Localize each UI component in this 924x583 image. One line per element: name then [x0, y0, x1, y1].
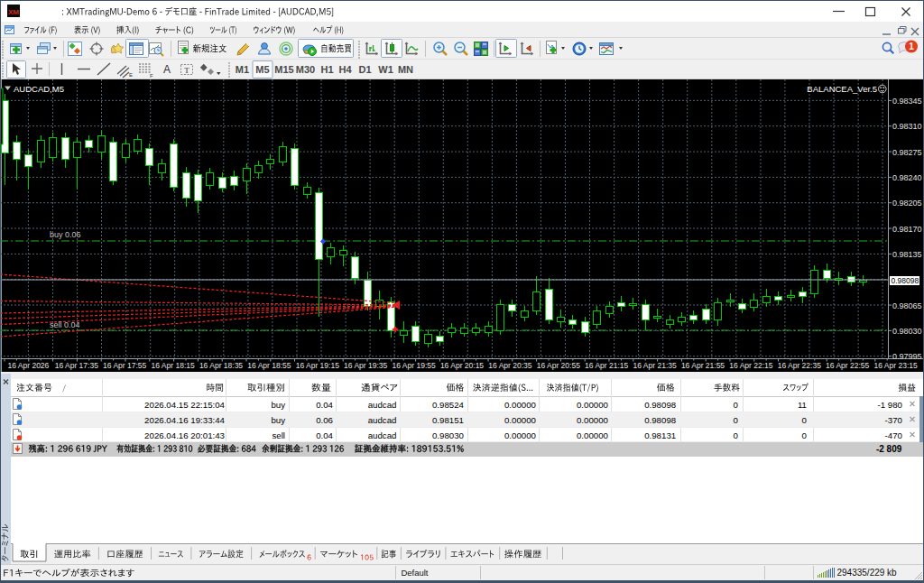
- svg-text:0.98170: 0.98170: [892, 225, 922, 234]
- svg-text:16 Apr 18:35: 16 Apr 18:35: [199, 361, 243, 370]
- svg-text:16 Apr 22:35: 16 Apr 22:35: [778, 361, 821, 370]
- svg-text:H4: H4: [338, 64, 352, 75]
- svg-text:0.98240: 0.98240: [892, 173, 922, 182]
- svg-text:0.06: 0.06: [316, 415, 333, 425]
- svg-text:AUDCAD,M5: AUDCAD,M5: [14, 84, 64, 94]
- svg-text:0.00000: 0.00000: [504, 415, 537, 425]
- svg-text:0.97995: 0.97995: [892, 352, 922, 361]
- svg-text:BALANCEA_Ver.5: BALANCEA_Ver.5: [807, 84, 877, 94]
- svg-text:T: T: [184, 66, 189, 75]
- svg-text:0: 0: [734, 400, 739, 410]
- svg-text:0.00000: 0.00000: [504, 430, 537, 440]
- svg-text:0: 0: [734, 415, 739, 425]
- svg-text:16 Apr 20:15: 16 Apr 20:15: [440, 361, 484, 370]
- svg-text:0.00000: 0.00000: [577, 430, 609, 440]
- svg-text:16 Apr 18:55: 16 Apr 18:55: [247, 361, 291, 370]
- svg-text:buy: buy: [271, 415, 285, 425]
- svg-text:294335/229 kb: 294335/229 kb: [837, 568, 898, 578]
- svg-text:16 Apr 19:15: 16 Apr 19:15: [296, 361, 339, 370]
- svg-text:1: 1: [909, 42, 914, 51]
- svg-text:0.98135: 0.98135: [892, 250, 922, 259]
- svg-text:sell 0.04: sell 0.04: [50, 320, 80, 329]
- svg-text:0.98205: 0.98205: [892, 199, 922, 208]
- svg-text:0.98345: 0.98345: [892, 97, 922, 106]
- svg-text:D1: D1: [358, 64, 371, 75]
- svg-text:0.98524: 0.98524: [432, 400, 465, 410]
- svg-text:0.98030: 0.98030: [432, 430, 465, 440]
- svg-text:2026.04.15 22:15:04: 2026.04.15 22:15:04: [144, 400, 225, 410]
- svg-text:16 Apr 22:55: 16 Apr 22:55: [826, 361, 869, 370]
- svg-text:sell: sell: [272, 430, 285, 440]
- svg-text:2026.04.16 19:33:44: 2026.04.16 19:33:44: [144, 415, 225, 425]
- svg-text:0.98098: 0.98098: [644, 400, 676, 410]
- svg-text:16 Apr 21:35: 16 Apr 21:35: [633, 361, 676, 370]
- svg-text:MN: MN: [398, 64, 413, 75]
- svg-text:0.04: 0.04: [316, 400, 333, 410]
- svg-text:16 Apr 17:35: 16 Apr 17:35: [55, 361, 98, 370]
- svg-text:M1: M1: [236, 64, 249, 75]
- svg-text:0.00000: 0.00000: [577, 415, 609, 425]
- svg-text:audcad: audcad: [368, 400, 397, 410]
- svg-text:0.98151: 0.98151: [432, 415, 464, 425]
- svg-text:0: 0: [734, 430, 739, 440]
- svg-text:-2 809: -2 809: [876, 444, 902, 454]
- svg-text:0.98131: 0.98131: [644, 430, 676, 440]
- svg-text:16 Apr 22:15: 16 Apr 22:15: [729, 361, 772, 370]
- svg-text:W1: W1: [378, 64, 393, 75]
- svg-text:0: 0: [802, 415, 808, 425]
- svg-text:0.98065: 0.98065: [892, 301, 922, 310]
- svg-text:0.04: 0.04: [316, 430, 333, 440]
- svg-text:M5: M5: [255, 64, 269, 75]
- svg-text:11: 11: [798, 400, 807, 410]
- svg-text:buy: buy: [271, 400, 285, 410]
- svg-text:16 Apr 17:55: 16 Apr 17:55: [103, 361, 146, 370]
- svg-text:M30: M30: [296, 64, 315, 75]
- svg-text:16 Apr 20:55: 16 Apr 20:55: [537, 361, 580, 370]
- svg-text:16 Apr 21:55: 16 Apr 21:55: [681, 361, 725, 370]
- svg-text:16 Apr 19:55: 16 Apr 19:55: [392, 361, 435, 370]
- svg-text:0.00000: 0.00000: [577, 400, 609, 410]
- svg-text:16 Apr 20:35: 16 Apr 20:35: [488, 361, 531, 370]
- svg-text:0.98098: 0.98098: [644, 415, 676, 425]
- svg-text:buy 0.06: buy 0.06: [50, 230, 81, 239]
- svg-text:-1 980: -1 980: [878, 400, 903, 410]
- svg-text:M15: M15: [274, 64, 293, 75]
- svg-text:E: E: [129, 72, 133, 78]
- svg-text:16 Apr 18:15: 16 Apr 18:15: [151, 361, 194, 370]
- svg-text:0: 0: [802, 430, 808, 440]
- svg-text:audcad: audcad: [368, 415, 397, 425]
- svg-text:F: F: [150, 73, 153, 79]
- svg-text:Default: Default: [401, 568, 428, 578]
- svg-text:0.98098: 0.98098: [892, 276, 919, 285]
- svg-text:0.98030: 0.98030: [892, 327, 922, 336]
- svg-text:2026.04.16 20:01:43: 2026.04.16 20:01:43: [144, 430, 225, 440]
- svg-text:0.98275: 0.98275: [892, 148, 922, 157]
- svg-text:16 Apr 21:15: 16 Apr 21:15: [585, 361, 628, 370]
- svg-text:audcad: audcad: [368, 430, 397, 440]
- svg-text:16 Apr 2026: 16 Apr 2026: [7, 361, 49, 370]
- svg-text:-370: -370: [885, 415, 903, 425]
- svg-text:H1: H1: [320, 64, 333, 75]
- svg-text:-470: -470: [885, 430, 903, 440]
- svg-text:0.00000: 0.00000: [504, 400, 537, 410]
- svg-text:16 Apr 19:35: 16 Apr 19:35: [344, 361, 387, 370]
- svg-text:0.98310: 0.98310: [892, 122, 922, 131]
- svg-text:XM: XM: [8, 8, 19, 16]
- svg-text:16 Apr 23:15: 16 Apr 23:15: [873, 361, 917, 370]
- svg-text:A: A: [163, 63, 171, 76]
